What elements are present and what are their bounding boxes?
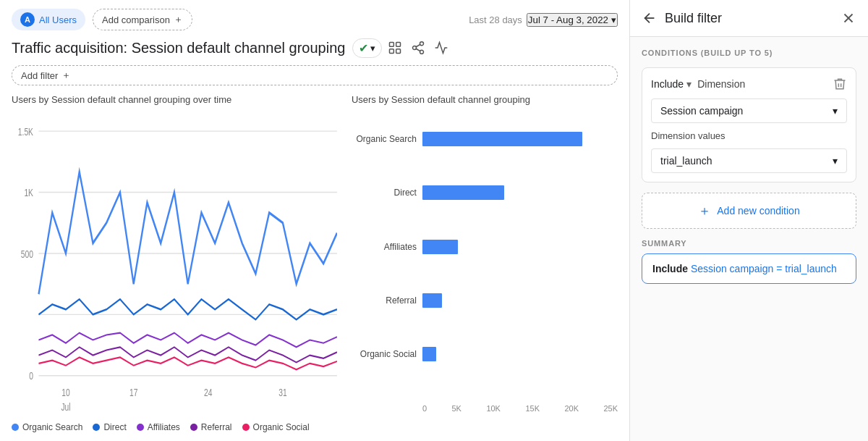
svg-text:17: 17 — [129, 386, 137, 399]
date-range-button[interactable]: Jul 7 - Aug 3, 2022 ▾ — [527, 13, 618, 27]
bar-chart-container: Users by Session default channel groupin… — [352, 94, 618, 432]
legend-affiliates: Affiliates — [137, 422, 180, 432]
line-chart-container: Users by Session default channel groupin… — [12, 94, 337, 432]
bar-axis-20k: 20K — [564, 404, 579, 413]
add-filter-button[interactable]: Add filter ＋ — [12, 65, 618, 85]
svg-text:31: 31 — [278, 386, 286, 399]
plus-icon: ＋ — [61, 69, 71, 82]
close-button[interactable] — [841, 10, 856, 26]
bar-label: Affiliates — [352, 242, 417, 252]
bar-axis-25k: 25K — [603, 404, 618, 413]
bar-chart-body: Organic Search Direct Affiliates — [352, 112, 618, 432]
edit-icon[interactable] — [385, 38, 405, 58]
bar-fill — [422, 293, 442, 308]
dimension-values-label: Dimension values — [651, 130, 847, 141]
date-range-label: Last 28 days — [469, 14, 522, 25]
legend-referral-label: Referral — [201, 422, 232, 432]
insights-icon[interactable] — [431, 38, 451, 58]
back-button[interactable] — [642, 10, 658, 26]
line-chart-svg: 1.5K 1K 500 0 10 17 24 31 Jul — [12, 111, 337, 416]
include-button[interactable]: Include ▾ — [651, 78, 692, 90]
legend-organic-search: Organic Search — [12, 422, 82, 432]
panel-title: Build filter — [665, 11, 833, 26]
summary-filter: Session campaign = trial_launch — [691, 263, 837, 274]
legend-direct: Direct — [93, 422, 126, 432]
top-bar: A All Users Add comparison ＋ Last 28 day… — [12, 9, 618, 30]
bar-label: Organic Search — [352, 134, 417, 144]
condition-block: Include ▾ Dimension Session campaign ▾ — [642, 67, 856, 182]
session-campaign-value: Session campaign — [660, 105, 743, 117]
legend-direct-label: Direct — [103, 422, 126, 432]
add-comparison-label: Add comparison — [102, 14, 170, 25]
add-comparison-button[interactable]: Add comparison ＋ — [93, 9, 192, 30]
line-chart-title: Users by Session default channel groupin… — [12, 94, 337, 105]
svg-text:1.5K: 1.5K — [18, 125, 33, 138]
date-range-value: Jul 7 - Aug 3, 2022 — [528, 14, 608, 25]
condition-row: Include ▾ Dimension — [651, 77, 847, 91]
svg-rect-3 — [396, 49, 401, 54]
all-users-label: All Users — [39, 14, 77, 25]
conditions-label: CONDITIONS (BUILD UP TO 5) — [642, 49, 856, 57]
chevron-down-icon: ▾ — [686, 78, 692, 90]
add-filter-label: Add filter — [21, 70, 58, 81]
right-panel: Build filter CONDITIONS (BUILD UP TO 5) … — [629, 0, 868, 441]
top-bar-left: A All Users Add comparison ＋ — [12, 9, 192, 30]
page-title-row: Traffic acquisition: Session default cha… — [12, 38, 618, 58]
title-icons: ✔ ▾ — [352, 38, 451, 58]
add-condition-label: Add new condition — [717, 205, 799, 217]
bar-chart-title: Users by Session default channel groupin… — [352, 94, 618, 106]
bar-axis-5k: 5K — [451, 404, 461, 413]
svg-text:1K: 1K — [24, 186, 33, 199]
legend-organic-social: Organic Social — [242, 422, 310, 432]
bar-axis-10k: 10K — [486, 404, 501, 413]
svg-rect-1 — [396, 43, 401, 47]
svg-text:Jul: Jul — [61, 400, 70, 413]
session-campaign-select[interactable]: Session campaign ▾ — [651, 98, 847, 123]
delete-condition-button[interactable] — [833, 77, 847, 91]
check-icon: ✔ — [359, 41, 368, 55]
svg-text:10: 10 — [61, 386, 69, 399]
chevron-down-icon: ▾ — [833, 155, 838, 167]
plus-icon: ＋ — [174, 13, 183, 26]
bar-row-referral: Referral — [352, 293, 618, 308]
bar-axis-15k: 15K — [525, 404, 540, 413]
summary-include: Include — [652, 263, 688, 274]
bar-label: Referral — [352, 295, 417, 306]
include-label: Include — [651, 78, 684, 90]
legend-organic-social-label: Organic Social — [253, 422, 310, 432]
bar-axis: 0 5K 10K 15K 20K 25K — [352, 404, 618, 413]
bar-track — [422, 185, 618, 200]
chevron-down-icon: ▾ — [611, 14, 616, 25]
chevron-down-icon: ▾ — [833, 105, 838, 117]
date-range: Last 28 days Jul 7 - Aug 3, 2022 ▾ — [469, 13, 618, 27]
svg-line-7 — [417, 49, 421, 51]
chevron-icon: ▾ — [370, 43, 375, 54]
bar-label: Direct — [352, 188, 417, 198]
bar-row-affiliates: Affiliates — [352, 240, 618, 254]
svg-text:500: 500 — [21, 247, 33, 260]
summary-box: Include Session campaign = trial_launch — [642, 253, 856, 284]
bar-track — [422, 347, 618, 361]
svg-point-5 — [413, 46, 417, 50]
dimension-value: trial_launch — [660, 155, 712, 167]
share-icon[interactable] — [408, 38, 428, 58]
all-users-button[interactable]: A All Users — [12, 9, 85, 30]
legend-organic-search-label: Organic Search — [22, 422, 82, 432]
summary-section: SUMMARY Include Session campaign = trial… — [642, 239, 856, 284]
panel-header: Build filter — [630, 0, 868, 37]
bar-fill — [422, 132, 582, 146]
svg-text:24: 24 — [204, 386, 212, 399]
chart-legend: Organic Search Direct Affiliates Referra… — [12, 422, 337, 432]
svg-point-6 — [420, 50, 424, 54]
dimension-label: Dimension — [697, 78, 827, 90]
avatar: A — [20, 12, 35, 27]
check-badge[interactable]: ✔ ▾ — [352, 38, 382, 58]
summary-label: SUMMARY — [642, 239, 856, 248]
bar-fill — [422, 185, 504, 200]
bar-track — [422, 132, 618, 146]
panel-body: CONDITIONS (BUILD UP TO 5) Include ▾ Dim… — [630, 37, 868, 441]
add-condition-button[interactable]: ＋ Add new condition — [642, 193, 856, 229]
dimension-value-select[interactable]: trial_launch ▾ — [651, 148, 847, 173]
plus-icon: ＋ — [698, 202, 711, 219]
page-title: Traffic acquisition: Session default cha… — [12, 40, 345, 56]
